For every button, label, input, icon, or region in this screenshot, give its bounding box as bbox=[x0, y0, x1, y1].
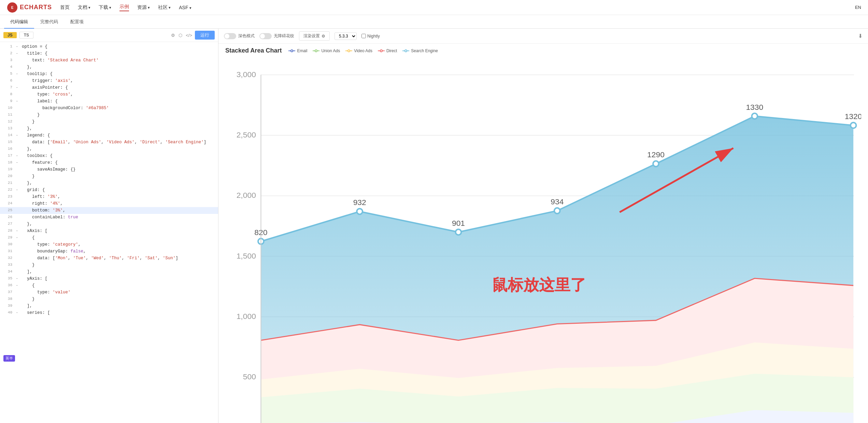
nav-community[interactable]: 社区 bbox=[158, 4, 171, 11]
render-settings-btn[interactable]: 渲染设置 ⚙ bbox=[299, 31, 330, 41]
chart-topbar: 深色模式 无障碍花纹 渲染设置 ⚙ 5.3.3 5.3.2 Nightly bbox=[218, 29, 868, 44]
legend-line-video bbox=[345, 49, 352, 53]
download-chart-btn[interactable]: ⬇ bbox=[858, 33, 863, 39]
code-line-9: 9 - label: { bbox=[0, 98, 218, 105]
tab-code-edit[interactable]: 代码编辑 bbox=[4, 15, 34, 29]
code-line-30: 30 type: 'category', bbox=[0, 241, 218, 248]
logo[interactable]: E ECHARTS bbox=[7, 2, 52, 13]
nav-examples[interactable]: 示例 bbox=[119, 4, 129, 11]
svg-text:901: 901 bbox=[452, 219, 465, 228]
render-label: 渲染设置 bbox=[303, 33, 320, 39]
tab-config[interactable]: 配置项 bbox=[64, 15, 90, 29]
legend-union-ads[interactable]: Union Ads bbox=[313, 48, 340, 53]
accessibility-toggle[interactable] bbox=[259, 33, 272, 39]
code-line-4: 4 }, bbox=[0, 64, 218, 71]
lang-js-btn[interactable]: JS bbox=[3, 32, 17, 38]
code-line-19: 19 saveAsImage: {} bbox=[0, 166, 218, 173]
code-line-26: 26 containLabel: true bbox=[0, 214, 218, 221]
version-select[interactable]: 5.3.3 5.3.2 bbox=[335, 32, 357, 40]
code-line-13: 13 }, bbox=[0, 125, 218, 132]
code-line-7: 7 - axisPointer: { bbox=[0, 84, 218, 91]
legend-email-label: Email bbox=[297, 48, 307, 53]
svg-text:1290: 1290 bbox=[647, 150, 665, 159]
svg-text:1330: 1330 bbox=[746, 103, 763, 112]
code-toolbar: JS TS ⚙ ⬡ </> 运行 bbox=[0, 29, 218, 42]
legend-video-ads[interactable]: Video Ads bbox=[345, 48, 372, 53]
code-line-10: 10 backgroundColor: '#6a7985' bbox=[0, 105, 218, 112]
code-line-20: 20 } bbox=[0, 173, 218, 180]
code-line-14: 14 - legend: { bbox=[0, 132, 218, 139]
render-gear-icon: ⚙ bbox=[322, 34, 325, 39]
editor-icons: ⚙ ⬡ </> bbox=[171, 33, 192, 38]
code-line-11: 11 } bbox=[0, 112, 218, 118]
code-line-31: 31 boundaryGap: false, bbox=[0, 248, 218, 255]
code-line-39: 39 ], bbox=[0, 303, 218, 309]
nightly-label: Nightly bbox=[367, 34, 380, 39]
legend-email[interactable]: Email bbox=[288, 48, 307, 53]
code-line-16: 16 }, bbox=[0, 146, 218, 152]
dark-mode-toggle-group: 深色模式 bbox=[224, 33, 255, 39]
se-dot-tue bbox=[357, 209, 362, 215]
svg-text:1320: 1320 bbox=[845, 112, 861, 121]
dark-mode-toggle[interactable] bbox=[224, 33, 236, 39]
tab-full-code[interactable]: 完整代码 bbox=[34, 15, 64, 29]
lang-ts-btn[interactable]: TS bbox=[19, 32, 33, 39]
nav-docs[interactable]: 文档 bbox=[78, 4, 90, 11]
nav-download[interactable]: 下载 bbox=[99, 4, 111, 11]
download-area: ⬇ bbox=[858, 33, 863, 39]
svg-text:1,500: 1,500 bbox=[237, 251, 256, 260]
code-line-17: 17 - toolbox: { bbox=[0, 152, 218, 159]
legend-direct-label: Direct bbox=[386, 48, 397, 53]
share-code-icon[interactable]: ⬡ bbox=[179, 33, 182, 38]
code-line-36: 36 - { bbox=[0, 282, 218, 289]
code-line-25: 25 bottom: '3%', bbox=[0, 207, 218, 214]
code-editor[interactable]: 1 - option = { 2 - title: { 3 text: 'Sta… bbox=[0, 42, 218, 423]
svg-text:932: 932 bbox=[353, 198, 366, 207]
chart-area: 3,000 2,500 2,000 1,500 1,000 500 0 Mon … bbox=[218, 56, 868, 423]
dark-mode-label: 深色模式 bbox=[238, 33, 255, 39]
nightly-checkbox-group: Nightly bbox=[361, 34, 380, 39]
code-line-24: 24 right: '4%', bbox=[0, 200, 218, 207]
code-line-35: 35 - yAxis: [ bbox=[0, 275, 218, 282]
svg-text:500: 500 bbox=[243, 372, 256, 381]
chart-panel: 深色模式 无障碍花纹 渲染设置 ⚙ 5.3.3 5.3.2 Nightly bbox=[218, 29, 868, 423]
dark-mode-knob bbox=[225, 34, 229, 39]
legend-direct[interactable]: Direct bbox=[378, 48, 397, 53]
legend-search-engine[interactable]: Search Engine bbox=[402, 48, 438, 53]
legend-line-email bbox=[288, 49, 295, 53]
se-dot-fri bbox=[653, 161, 659, 167]
embed-icon[interactable]: </> bbox=[186, 33, 192, 38]
code-line-29: 29 - { bbox=[0, 234, 218, 241]
lang-switch[interactable]: EN bbox=[855, 5, 861, 10]
logo-text: ECHARTS bbox=[20, 4, 52, 11]
annotation-text: 鼠标放这里了 bbox=[492, 276, 586, 294]
nightly-checkbox[interactable] bbox=[361, 34, 366, 38]
settings-icon[interactable]: ⚙ bbox=[171, 33, 175, 38]
ime-badge: 英半 bbox=[3, 355, 15, 362]
echarts-logo-icon: E bbox=[7, 2, 18, 13]
nav-home[interactable]: 首页 bbox=[60, 4, 70, 11]
accessibility-knob bbox=[260, 34, 265, 39]
accessibility-toggle-group: 无障碍花纹 bbox=[259, 33, 294, 39]
svg-point-5 bbox=[315, 50, 317, 52]
main-layout: JS TS ⚙ ⬡ </> 运行 1 - option = { 2 - titl… bbox=[0, 29, 868, 423]
code-line-40: 40 - series: [ bbox=[0, 309, 218, 316]
svg-point-3 bbox=[291, 50, 293, 52]
nav-asf[interactable]: ASF bbox=[179, 5, 191, 10]
code-line-34: 34 ], bbox=[0, 268, 218, 275]
nav-resources[interactable]: 资源 bbox=[137, 4, 150, 11]
legend-search-label: Search Engine bbox=[411, 48, 438, 53]
svg-text:2,000: 2,000 bbox=[237, 191, 256, 200]
code-line-3: 3 text: 'Stacked Area Chart' bbox=[0, 57, 218, 64]
run-button[interactable]: 运行 bbox=[195, 31, 215, 40]
code-line-38: 38 } bbox=[0, 296, 218, 303]
top-nav: E ECHARTS 首页 文档 下载 示例 资源 社区 ASF EN bbox=[0, 0, 868, 15]
code-line-18: 18 - feature: { bbox=[0, 159, 218, 166]
chart-title: Stacked Area Chart bbox=[225, 47, 282, 54]
legend-line-search bbox=[402, 49, 409, 53]
legend-union-label: Union Ads bbox=[321, 48, 340, 53]
code-line-37: 37 type: 'value' bbox=[0, 289, 218, 296]
code-line-21: 21 }, bbox=[0, 180, 218, 187]
code-line-23: 23 left: '3%', bbox=[0, 193, 218, 200]
code-line-5: 5 - tooltip: { bbox=[0, 71, 218, 77]
